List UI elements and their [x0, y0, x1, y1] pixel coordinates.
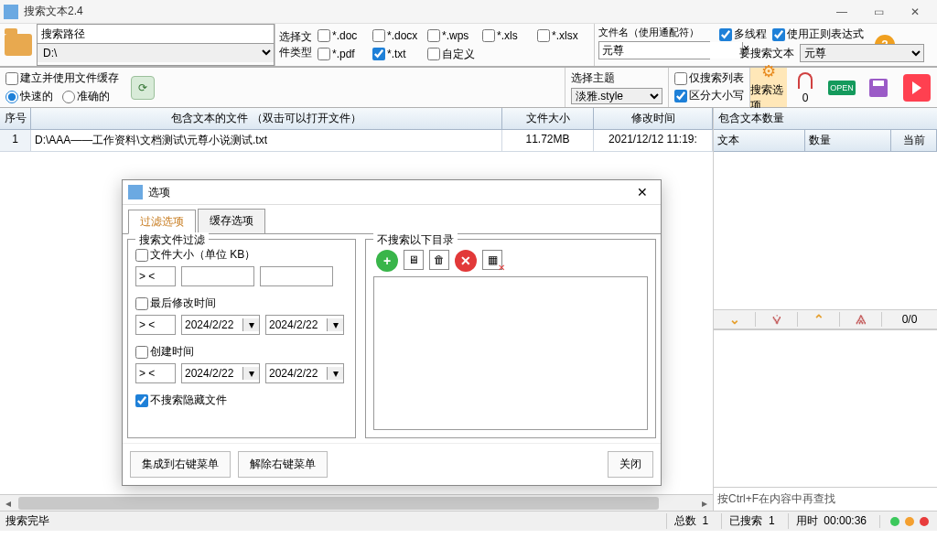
- trash-icon[interactable]: 🗑: [429, 250, 449, 270]
- find-hint: 按Ctrl+F在内容中再查找: [714, 487, 937, 511]
- options-dialog: 选项 ✕ 过滤选项 缓存选项 搜索文件过滤 文件大小（单位 KB） 最后修改时间…: [122, 179, 662, 486]
- monitor-icon[interactable]: 🖥: [404, 250, 424, 270]
- ext-xlsx[interactable]: *.xlsx: [537, 29, 592, 42]
- status-done: 搜索完毕: [5, 513, 49, 529]
- size-filter-checkbox[interactable]: 文件大小（单位 KB）: [135, 247, 348, 263]
- rcol-text[interactable]: 文本: [714, 130, 805, 151]
- dialog-close-button[interactable]: ✕: [630, 185, 655, 199]
- col-size[interactable]: 文件大小: [502, 108, 594, 129]
- close-button[interactable]: ✕: [897, 1, 933, 23]
- save-button[interactable]: [860, 68, 897, 107]
- hscroll-left[interactable]: ◂ ▸: [0, 494, 713, 511]
- minimize-button[interactable]: —: [824, 1, 860, 23]
- dialog-icon: [128, 185, 143, 199]
- size-min-input[interactable]: [181, 266, 254, 286]
- browse-folder-button[interactable]: [0, 24, 37, 66]
- ext-doc[interactable]: *.doc: [318, 29, 372, 42]
- right-title: 包含文本数量: [714, 108, 937, 130]
- remove-dir-button[interactable]: ✕: [455, 250, 477, 272]
- gear-icon: ⚙: [759, 61, 779, 81]
- nav-up-all-icon[interactable]: ⩓: [840, 312, 882, 327]
- search-text-label: 要搜索文本: [739, 46, 794, 61]
- ext-xls[interactable]: *.xls: [482, 29, 537, 42]
- accurate-radio[interactable]: 准确的: [62, 89, 110, 104]
- refresh-icon[interactable]: ⟳: [131, 76, 155, 100]
- tab-cache[interactable]: 缓存选项: [198, 209, 265, 233]
- fast-radio[interactable]: 快速的: [5, 89, 53, 104]
- nav-counter: 0/0: [882, 313, 937, 326]
- search-options-button[interactable]: ⚙搜索选项: [750, 68, 787, 107]
- nav-down-icon[interactable]: ⌄: [714, 312, 756, 327]
- mtime-to[interactable]: 2024/2/22▾: [265, 315, 344, 335]
- nav-up-icon[interactable]: ⌃: [798, 312, 840, 327]
- ext-pdf[interactable]: *.pdf: [318, 48, 372, 60]
- mtime-from[interactable]: 2024/2/22▾: [181, 315, 260, 335]
- add-dir-button[interactable]: +: [376, 250, 398, 272]
- legend-dirs: 不搜索以下目录: [373, 232, 458, 248]
- size-op-input[interactable]: [135, 266, 176, 286]
- drive-select[interactable]: D:\: [38, 43, 274, 62]
- open-icon: OPEN: [832, 78, 852, 98]
- content-preview: [714, 329, 937, 488]
- ext-custom[interactable]: 自定义: [427, 47, 482, 62]
- magnet-icon: [795, 70, 815, 91]
- excluded-dirs-list[interactable]: [373, 276, 648, 430]
- col-num[interactable]: 序号: [0, 108, 31, 129]
- right-list: [714, 152, 937, 309]
- tab-filter[interactable]: 过滤选项: [128, 210, 196, 234]
- theme-label: 选择主题: [571, 70, 662, 86]
- mtime-filter-checkbox[interactable]: 最后修改时间: [135, 296, 348, 311]
- legend-filter: 搜索文件过滤: [135, 232, 209, 248]
- ctime-to[interactable]: 2024/2/22▾: [265, 363, 344, 383]
- play-icon: [903, 74, 931, 102]
- nav-down-all-icon[interactable]: ⩒: [756, 312, 798, 327]
- grid-icon[interactable]: ▦✕: [482, 250, 502, 270]
- filename-label: 文件名（使用通配符）: [598, 26, 710, 39]
- open-button[interactable]: OPEN: [824, 68, 860, 107]
- case-checkbox[interactable]: 区分大小写: [674, 88, 744, 103]
- only-list-checkbox[interactable]: 仅搜索列表: [674, 70, 744, 86]
- maximize-button[interactable]: ▭: [860, 1, 897, 23]
- search-path-label: [38, 25, 274, 43]
- file-type-label: 选择文: [279, 29, 312, 45]
- window-title: 搜索文本2.4: [24, 4, 824, 19]
- size-max-input[interactable]: [260, 266, 333, 286]
- folder-icon: [5, 34, 32, 56]
- rcol-cur[interactable]: 当前: [891, 130, 937, 151]
- search-text-select[interactable]: 元尊: [800, 44, 924, 62]
- ctime-op-input[interactable]: [135, 363, 176, 383]
- app-icon: [4, 5, 18, 19]
- integrate-menu-button[interactable]: 集成到右键菜单: [130, 451, 231, 478]
- dialog-title: 选项: [148, 185, 630, 200]
- magnet-button[interactable]: 0: [787, 68, 824, 107]
- rcol-count[interactable]: 数量: [805, 130, 891, 151]
- remove-menu-button[interactable]: 解除右键菜单: [238, 451, 328, 478]
- col-file[interactable]: 包含文本的文件 （双击可以打开文件）: [31, 108, 502, 129]
- table-row[interactable]: 1 D:\AAA——工作资料\文档测试\元尊小说测试.txt 11.72MB 2…: [0, 130, 713, 152]
- col-time[interactable]: 修改时间: [594, 108, 713, 129]
- mtime-op-input[interactable]: [135, 315, 176, 335]
- play-button[interactable]: [897, 68, 937, 107]
- cache-checkbox[interactable]: 建立并使用文件缓存: [5, 70, 119, 86]
- theme-select[interactable]: 淡雅.style: [571, 88, 662, 104]
- dialog-close-btn[interactable]: 关闭: [608, 451, 653, 478]
- hidden-files-checkbox[interactable]: 不搜索隐藏文件: [135, 393, 348, 408]
- status-leds: [879, 515, 932, 528]
- ctime-from[interactable]: 2024/2/22▾: [181, 363, 260, 383]
- save-icon: [868, 78, 889, 98]
- ext-wps[interactable]: *.wps: [427, 29, 482, 42]
- ext-docx[interactable]: *.docx: [372, 29, 427, 42]
- ext-txt[interactable]: *.txt: [372, 48, 427, 60]
- ctime-filter-checkbox[interactable]: 创建时间: [135, 344, 348, 360]
